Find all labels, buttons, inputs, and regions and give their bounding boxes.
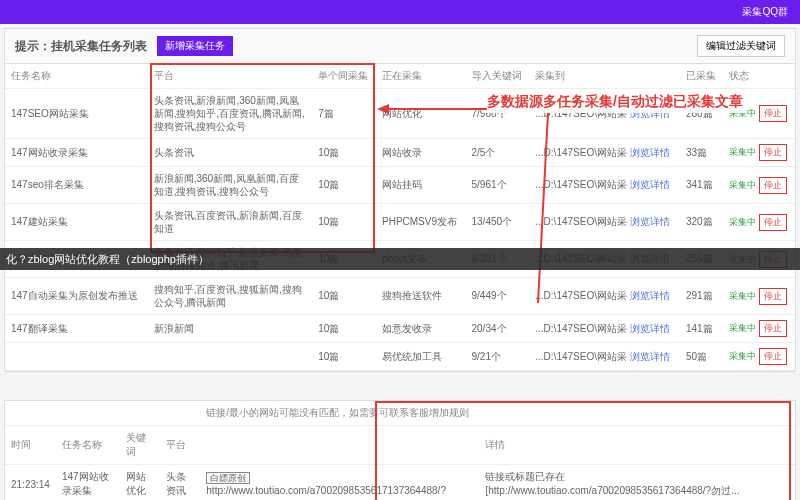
dark-overlay-caption: 化？zblog网站优化教程（zblogphp插件）: [0, 248, 800, 270]
to-cell: ...D:\147SEO\网站采 浏览详情: [529, 315, 680, 343]
status-text: 采集中: [729, 323, 756, 333]
plat-cell: 头条资讯: [160, 465, 200, 501]
doing-cell: 网站收录: [376, 139, 466, 167]
single-cell: 10篇: [312, 278, 376, 315]
doing-cell: 易优统加工具: [376, 343, 466, 371]
col-header: 时间: [5, 426, 56, 465]
browse-link[interactable]: 浏览详情: [630, 179, 670, 190]
platform-cell: [148, 343, 313, 371]
table-row: 147建站采集 头条资讯,百度资讯,新浪新闻,百度知道 10篇 PHPCMSV9…: [5, 204, 795, 241]
browse-link[interactable]: 浏览详情: [630, 323, 670, 334]
browse-link[interactable]: 浏览详情: [630, 290, 670, 301]
qq-group-link[interactable]: 采集QQ群: [742, 5, 788, 19]
kw-cell: 网站优化: [120, 465, 160, 501]
doing-cell: PHPCMSV9发布: [376, 204, 466, 241]
browse-link[interactable]: 浏览详情: [630, 147, 670, 158]
platform-cell: 头条资讯,新浪新闻,360新闻,凤凰新闻,搜狗知乎,百度资讯,腾讯新闻,搜狗资讯…: [148, 89, 313, 139]
stop-button[interactable]: 停止: [759, 105, 787, 122]
col-header: 任务名称: [56, 426, 121, 465]
table-row: 10篇 易优统加工具 9/21个 ...D:\147SEO\网站采 浏览详情 5…: [5, 343, 795, 371]
topbar: 采集QQ群: [0, 0, 800, 24]
table-row: 147翻译采集 新浪新闻 10篇 如意发收录 20/34个 ...D:\147S…: [5, 315, 795, 343]
import-cell: 2/5个: [466, 139, 530, 167]
to-cell: ...D:\147SEO\网站采 浏览详情: [529, 204, 680, 241]
browse-link[interactable]: 浏览详情: [630, 351, 670, 362]
col-header: [200, 426, 479, 465]
time-cell: 21:23:14: [5, 465, 56, 501]
single-cell: 10篇: [312, 343, 376, 371]
col-header: 关键词: [120, 426, 160, 465]
status-cell: 采集中 停止: [723, 167, 795, 204]
url-cell: 白嫖原创http://www.toutiao.com/a700209853561…: [200, 465, 479, 501]
log-panel: 链接/最小的网站可能没有匹配，如需要可联系客服增加规则 时间任务名称关键词平台详…: [4, 400, 796, 500]
to-cell: ...D:\147SEO\网站采 浏览详情: [529, 139, 680, 167]
log-table: 链接/最小的网站可能没有匹配，如需要可联系客服增加规则 时间任务名称关键词平台详…: [5, 401, 795, 500]
col-header: 任务名称: [5, 64, 148, 89]
done-cell: 320篇: [680, 204, 723, 241]
col-header: 正在采集: [376, 64, 466, 89]
new-task-button[interactable]: 新增采集任务: [157, 36, 233, 56]
single-cell: 10篇: [312, 139, 376, 167]
status-cell: 采集中 停止: [723, 139, 795, 167]
task-name: 147翻译采集: [5, 315, 148, 343]
done-cell: 141篇: [680, 315, 723, 343]
doing-cell: 搜狗推送软件: [376, 278, 466, 315]
doing-cell: 网站优化: [376, 89, 466, 139]
task-name: 147建站采集: [5, 204, 148, 241]
col-header: 详情: [479, 426, 795, 465]
log-row: 21:23:14 147网站收录采集 网站优化 头条资讯 白嫖原创http://…: [5, 465, 795, 501]
done-cell: 33篇: [680, 139, 723, 167]
done-cell: 291篇: [680, 278, 723, 315]
stop-button[interactable]: 停止: [759, 144, 787, 161]
task-name: 147seo排名采集: [5, 167, 148, 204]
status-text: 采集中: [729, 217, 756, 227]
panel-header: 提示：挂机采集任务列表 新增采集任务 编辑过滤关键词: [5, 29, 795, 64]
status-text: 采集中: [729, 351, 756, 361]
doing-cell: 如意发收录: [376, 315, 466, 343]
import-cell: 9/449个: [466, 278, 530, 315]
import-cell: 5/961个: [466, 167, 530, 204]
col-header: 平台: [148, 64, 313, 89]
stop-button[interactable]: 停止: [759, 214, 787, 231]
to-cell: ...D:\147SEO\网站采 浏览详情: [529, 278, 680, 315]
done-cell: 341篇: [680, 167, 723, 204]
import-cell: 20/34个: [466, 315, 530, 343]
stop-button[interactable]: 停止: [759, 320, 787, 337]
platform-cell: 新浪新闻,360新闻,凤凰新闻,百度知道,搜狗资讯,搜狗公众号: [148, 167, 313, 204]
detail-cell: 链接或标题已存在[http://www.toutiao.com/a7002098…: [479, 465, 795, 501]
stop-button[interactable]: 停止: [759, 177, 787, 194]
edit-filter-button[interactable]: 编辑过滤关键词: [697, 35, 785, 57]
task-cell: 147网站收录采集: [56, 465, 121, 501]
status-text: 采集中: [729, 291, 756, 301]
status-cell: 采集中 停止: [723, 343, 795, 371]
platform-cell: 头条资讯: [148, 139, 313, 167]
single-cell: 10篇: [312, 315, 376, 343]
task-name: [5, 343, 148, 371]
platform-cell: 新浪新闻: [148, 315, 313, 343]
task-panel: 提示：挂机采集任务列表 新增采集任务 编辑过滤关键词 任务名称平台单个间采集正在…: [4, 28, 796, 372]
done-cell: 50篇: [680, 343, 723, 371]
stop-button[interactable]: 停止: [759, 288, 787, 305]
table-row: 147网站收录采集 头条资讯 10篇 网站收录 2/5个 ...D:\147SE…: [5, 139, 795, 167]
col-header: 已采集: [680, 64, 723, 89]
tag-badge: 白嫖原创: [206, 472, 250, 484]
status-cell: 采集中 停止: [723, 278, 795, 315]
col-header: 导入关键词: [466, 64, 530, 89]
single-cell: 10篇: [312, 204, 376, 241]
task-name: 147自动采集为原创发布推送: [5, 278, 148, 315]
annotation-text: 多数据源多任务采集/自动过滤已采集文章: [483, 91, 747, 113]
table-row: 147自动采集为原创发布推送 搜狗知乎,百度资讯,搜狐新闻,搜狗公众号,腾讯新闻…: [5, 278, 795, 315]
browse-link[interactable]: 浏览详情: [630, 216, 670, 227]
panel-title: 提示：挂机采集任务列表: [15, 38, 147, 55]
doing-cell: 网站挂码: [376, 167, 466, 204]
status-cell: 采集中 停止: [723, 204, 795, 241]
col-header: 平台: [160, 426, 200, 465]
platform-cell: 头条资讯,百度资讯,新浪新闻,百度知道: [148, 204, 313, 241]
stop-button[interactable]: 停止: [759, 348, 787, 365]
url-text[interactable]: http://www.toutiao.com/a7002098535617137…: [206, 485, 446, 496]
task-name: 147SEO网站采集: [5, 89, 148, 139]
to-cell: ...D:\147SEO\网站采 浏览详情: [529, 167, 680, 204]
import-cell: 9/21个: [466, 343, 530, 371]
status-cell: 采集中 停止: [723, 315, 795, 343]
platform-cell: 搜狗知乎,百度资讯,搜狐新闻,搜狗公众号,腾讯新闻: [148, 278, 313, 315]
